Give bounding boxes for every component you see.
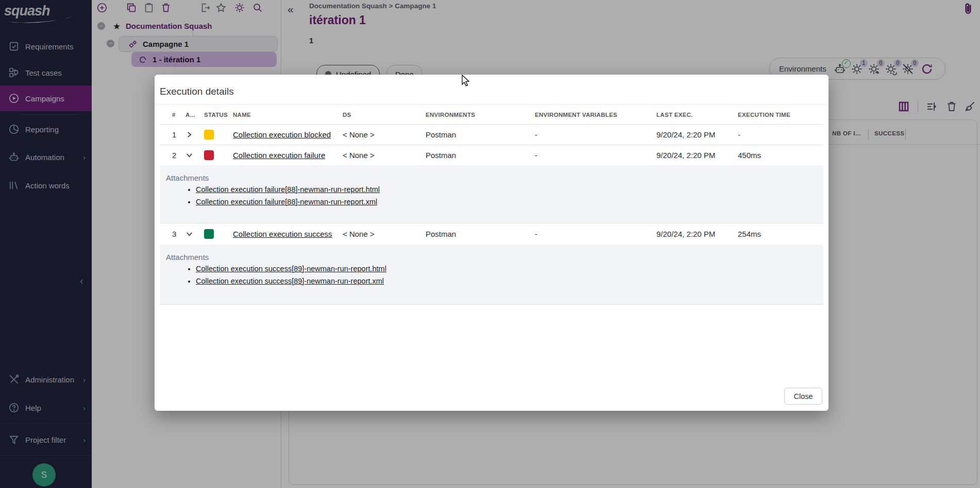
col-header-ds[interactable]: DS: [343, 112, 426, 118]
modal-table-header: # A... STATUS NAME DS ENVIRONMENTS ENVIR…: [160, 106, 823, 125]
last-exec-cell: 9/20/24, 2:20 PM: [656, 230, 738, 238]
exec-time-cell: 450ms: [738, 151, 823, 160]
execution-row: 2 Collection execution failure < None > …: [160, 145, 823, 166]
last-exec-cell: 9/20/24, 2:20 PM: [656, 130, 738, 139]
env-variables-cell: -: [535, 230, 656, 238]
execution-name-link[interactable]: Collection execution blocked: [222, 130, 343, 139]
dataset-cell: < None >: [343, 151, 426, 160]
col-header-last-exec[interactable]: LAST EXEC.: [656, 112, 738, 118]
dataset-cell: < None >: [343, 230, 426, 238]
col-header-num[interactable]: #: [160, 112, 185, 118]
modal-title-divider: [155, 104, 829, 104]
dataset-cell: < None >: [343, 130, 426, 139]
col-header-environments[interactable]: ENVIRONMENTS: [426, 112, 535, 118]
execution-name-link[interactable]: Collection execution success: [222, 230, 343, 238]
attachment-link[interactable]: Collection execution success[89]-newman-…: [196, 277, 384, 285]
status-square: [199, 130, 222, 140]
attachment-link[interactable]: Collection execution failure[88]-newman-…: [196, 198, 377, 206]
attachment-item: Collection execution failure[88]-newman-…: [196, 185, 823, 194]
expand-chevron-right-icon[interactable]: [185, 131, 199, 138]
attachments-section: Attachments Collection execution success…: [160, 245, 823, 305]
col-header-status[interactable]: STATUS: [199, 112, 222, 118]
attachments-label: Attachments: [166, 253, 823, 262]
execution-details-modal: Execution details # A... STATUS NAME DS …: [155, 75, 829, 411]
attachment-item: Collection execution success[89]-newman-…: [196, 265, 823, 273]
execution-row: 3 Collection execution success < None > …: [160, 223, 823, 245]
col-header-name[interactable]: NAME: [222, 112, 343, 118]
expand-chevron-down-icon[interactable]: [185, 151, 199, 159]
close-button[interactable]: Close: [784, 388, 822, 405]
attachments-section: Attachments Collection execution failure…: [160, 165, 823, 223]
row-num: 2: [160, 151, 185, 160]
expand-chevron-down-icon[interactable]: [185, 230, 199, 238]
modal-title: Execution details: [160, 86, 234, 97]
status-square: [199, 150, 222, 160]
env-variables-cell: -: [535, 130, 656, 139]
status-square: [199, 229, 222, 239]
environments-cell: Postman: [426, 151, 535, 160]
attachment-link[interactable]: Collection execution failure[88]-newman-…: [196, 185, 380, 194]
app-screen: squash Requirements Test cases: [0, 0, 980, 488]
attachment-item: Collection execution failure[88]-newman-…: [196, 198, 823, 206]
environments-cell: Postman: [426, 230, 535, 238]
row-num: 1: [160, 130, 185, 139]
col-header-attachments[interactable]: A...: [185, 112, 199, 118]
row-num: 3: [160, 230, 185, 238]
env-variables-cell: -: [535, 151, 656, 160]
environments-cell: Postman: [426, 130, 535, 139]
attachment-link[interactable]: Collection execution success[89]-newman-…: [196, 265, 386, 273]
attachments-label: Attachments: [166, 173, 823, 182]
col-header-env-variables[interactable]: ENVIRONMENT VARIABLES: [535, 112, 656, 118]
last-exec-cell: 9/20/24, 2:20 PM: [656, 151, 738, 160]
execution-name-link[interactable]: Collection execution failure: [222, 151, 343, 160]
exec-time-cell: 254ms: [738, 230, 823, 238]
attachment-item: Collection execution success[89]-newman-…: [196, 277, 823, 285]
exec-time-cell: -: [738, 130, 823, 139]
mouse-cursor: [460, 74, 471, 86]
col-header-exec-time[interactable]: EXECUTION TIME: [738, 112, 823, 118]
execution-row: 1 Collection execution blocked < None > …: [160, 124, 823, 145]
